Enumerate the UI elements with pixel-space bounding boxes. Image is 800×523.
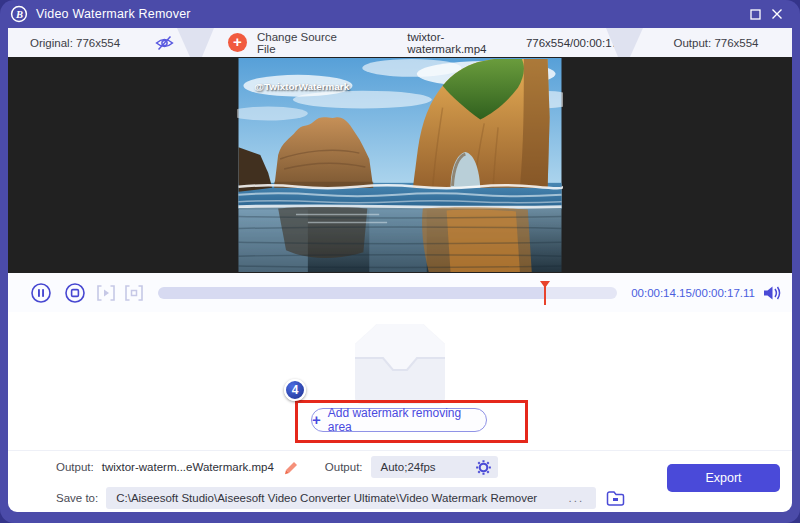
add-watermark-area-button[interactable]: + Add watermark removing area (311, 408, 487, 432)
browse-button[interactable]: ... (563, 492, 591, 504)
format-field[interactable]: Auto;24fps (371, 456, 498, 478)
gear-icon[interactable] (475, 459, 492, 476)
window-title: Video Watermark Remover (36, 7, 744, 21)
progress-played (158, 287, 544, 299)
add-source-icon[interactable]: + (228, 33, 247, 52)
format-value: Auto;24fps (381, 461, 436, 473)
video-frame[interactable]: @TwixtorWatermark (237, 58, 563, 272)
frame-stop-button[interactable] (124, 284, 144, 302)
svg-text:B: B (15, 9, 23, 20)
frame-play-button[interactable] (96, 284, 116, 302)
annotation-step-badge: 4 (284, 379, 306, 401)
watermark-workspace: 4 + Add watermark removing area (8, 312, 792, 450)
volume-icon[interactable] (763, 284, 782, 302)
bottom-panel: Output: twixtor-waterm...eWatermark.mp4 … (8, 450, 792, 512)
empty-tray-icon (347, 322, 453, 406)
playhead-marker[interactable] (544, 281, 546, 305)
save-path-field[interactable]: C:\Aiseesoft Studio\Aiseesoft Video Conv… (106, 487, 596, 509)
source-info-panel: + Change Source File twixtor-watermark.m… (202, 28, 618, 57)
playback-controls: 00:00:14.15/00:00:17.11 (8, 273, 792, 312)
save-to-label: Save to: (56, 492, 98, 504)
maximize-button[interactable] (744, 4, 766, 24)
app-logo-icon: B (10, 5, 28, 23)
output-filename: twixtor-waterm...eWatermark.mp4 (102, 461, 274, 473)
output-tab-label: Output: 776x554 (673, 37, 758, 49)
eye-off-icon[interactable] (154, 34, 175, 52)
open-folder-button[interactable] (606, 490, 625, 507)
plus-icon: + (312, 411, 321, 428)
format-label: Output: (325, 461, 363, 473)
app-window: B Video Watermark Remover Original: 776x… (0, 0, 800, 523)
edit-filename-icon[interactable] (282, 458, 299, 476)
title-bar: B Video Watermark Remover (0, 0, 800, 28)
time-display: 00:00:14.15/00:00:17.11 (631, 287, 755, 299)
add-watermark-area-label: Add watermark removing area (328, 406, 486, 434)
source-toolbar: Original: 776x554 + Change Source File t… (8, 28, 792, 57)
source-resolution-duration: 776x554/00:00:17 (526, 37, 618, 49)
close-button[interactable] (766, 4, 788, 24)
main-content: Original: 776x554 + Change Source File t… (8, 28, 792, 512)
video-preview-stage: @TwixtorWatermark (8, 57, 792, 273)
folder-icon (606, 490, 625, 507)
change-source-button[interactable]: Change Source File (257, 31, 343, 55)
source-filename: twixtor-watermark.mp4 (407, 31, 506, 55)
export-button[interactable]: Export (667, 464, 780, 492)
progress-bar[interactable] (158, 287, 617, 299)
output-tab[interactable]: Output: 776x554 (630, 28, 792, 57)
video-watermark-text: @TwixtorWatermark (254, 81, 349, 92)
original-tab[interactable]: Original: 776x554 (8, 28, 190, 57)
original-tab-label: Original: 776x554 (30, 37, 120, 49)
save-path-value: C:\Aiseesoft Studio\Aiseesoft Video Conv… (116, 492, 537, 504)
progress-track[interactable] (158, 287, 617, 299)
pause-button[interactable] (30, 282, 52, 304)
stop-button[interactable] (64, 282, 86, 304)
output-label: Output: (56, 461, 94, 473)
